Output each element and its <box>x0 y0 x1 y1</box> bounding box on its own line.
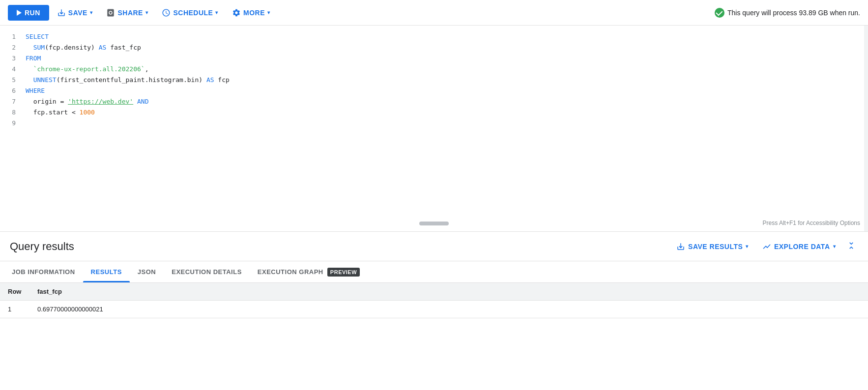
execution-graph-label: EXECUTION GRAPH <box>258 268 323 276</box>
line-num-3: 3 <box>8 53 16 64</box>
tab-execution-details[interactable]: EXECUTION DETAILS <box>164 261 250 282</box>
tab-execution-graph[interactable]: EXECUTION GRAPH PREVIEW <box>250 261 368 282</box>
line-num-6: 6 <box>8 85 16 96</box>
results-header: Query results SAVE RESULTS ▾ EXPLORE DAT… <box>0 232 868 261</box>
save-label: SAVE <box>68 9 87 17</box>
save-button[interactable]: SAVE ▾ <box>51 4 99 21</box>
more-chevron-icon: ▾ <box>267 10 270 15</box>
share-button[interactable]: SHARE ▾ <box>100 4 154 21</box>
schedule-chevron-icon: ▾ <box>215 10 218 15</box>
results-table: Row fast_fcp 1 0.69770000000000021 <box>0 283 868 318</box>
tabs-bar: JOB INFORMATION RESULTS JSON EXECUTION D… <box>0 261 868 283</box>
line-num-8: 8 <box>8 107 16 118</box>
table-body: 1 0.69770000000000021 <box>0 301 868 318</box>
run-button[interactable]: RUN <box>8 5 49 21</box>
play-icon <box>17 10 22 16</box>
query-info: This query will process 93.89 GB when ru… <box>715 8 860 18</box>
results-title: Query results <box>10 240 74 253</box>
share-chevron-icon: ▾ <box>145 10 148 15</box>
toolbar: RUN SAVE ▾ SHARE ▾ SCHEDULE ▾ MORE ▾ Thi… <box>0 0 868 26</box>
expand-button[interactable] <box>844 239 858 254</box>
vertical-scrollbar[interactable] <box>864 26 868 231</box>
tab-results[interactable]: RESULTS <box>83 261 130 282</box>
col-header-fast-fcp: fast_fcp <box>29 283 167 301</box>
line-num-7: 7 <box>8 96 16 107</box>
cell-empty-1 <box>167 301 868 318</box>
explore-data-chevron-icon: ▾ <box>833 244 836 249</box>
save-results-chevron-icon: ▾ <box>746 244 749 249</box>
more-button[interactable]: MORE ▾ <box>226 4 276 21</box>
code-editor[interactable]: SELECT SUM(fcp.density) AS fast_fcp FROM… <box>20 26 868 231</box>
line-num-2: 2 <box>8 42 16 53</box>
explore-data-button[interactable]: EXPLORE DATA ▾ <box>757 239 840 254</box>
schedule-icon <box>162 8 171 17</box>
query-info-text: This query will process 93.89 GB when ru… <box>727 9 860 17</box>
results-table-wrapper: Row fast_fcp 1 0.69770000000000021 <box>0 283 868 318</box>
gear-icon <box>232 8 241 17</box>
cell-fast-fcp-1: 0.69770000000000021 <box>29 301 167 318</box>
line-num-4: 4 <box>8 64 16 75</box>
expand-icon <box>846 241 856 251</box>
save-icon <box>57 8 66 17</box>
cell-row-1: 1 <box>0 301 29 318</box>
check-circle-icon <box>715 8 724 18</box>
results-actions: SAVE RESULTS ▾ EXPLORE DATA ▾ <box>671 239 858 254</box>
schedule-button[interactable]: SCHEDULE ▾ <box>156 4 224 21</box>
explore-data-label: EXPLORE DATA <box>774 243 830 251</box>
tab-job-information[interactable]: JOB INFORMATION <box>4 261 83 282</box>
col-header-empty <box>167 283 868 301</box>
save-results-button[interactable]: SAVE RESULTS ▾ <box>671 239 753 254</box>
horizontal-scrollbar[interactable] <box>419 222 449 225</box>
a11y-hint: Press Alt+F1 for Accessibility Options <box>763 220 860 226</box>
editor-inner[interactable]: 1 2 3 4 5 6 7 8 9 SELECT SUM(fcp.density… <box>0 26 868 231</box>
line-numbers: 1 2 3 4 5 6 7 8 9 <box>0 26 20 231</box>
save-results-icon <box>676 242 685 251</box>
table-row: 1 0.69770000000000021 <box>0 301 868 318</box>
save-results-label: SAVE RESULTS <box>688 243 743 251</box>
preview-badge: PREVIEW <box>327 268 360 277</box>
run-label: RUN <box>25 9 40 17</box>
schedule-label: SCHEDULE <box>173 9 213 17</box>
col-header-row: Row <box>0 283 29 301</box>
share-label: SHARE <box>117 9 143 17</box>
tab-json[interactable]: JSON <box>130 261 164 282</box>
table-header-row: Row fast_fcp <box>0 283 868 301</box>
explore-data-icon <box>762 242 771 251</box>
more-label: MORE <box>243 9 265 17</box>
table-header: Row fast_fcp <box>0 283 868 301</box>
save-chevron-icon: ▾ <box>90 10 93 15</box>
line-num-9: 9 <box>8 118 16 129</box>
share-icon <box>106 8 115 17</box>
editor-area[interactable]: 1 2 3 4 5 6 7 8 9 SELECT SUM(fcp.density… <box>0 26 868 232</box>
line-num-1: 1 <box>8 31 16 42</box>
line-num-5: 5 <box>8 75 16 85</box>
